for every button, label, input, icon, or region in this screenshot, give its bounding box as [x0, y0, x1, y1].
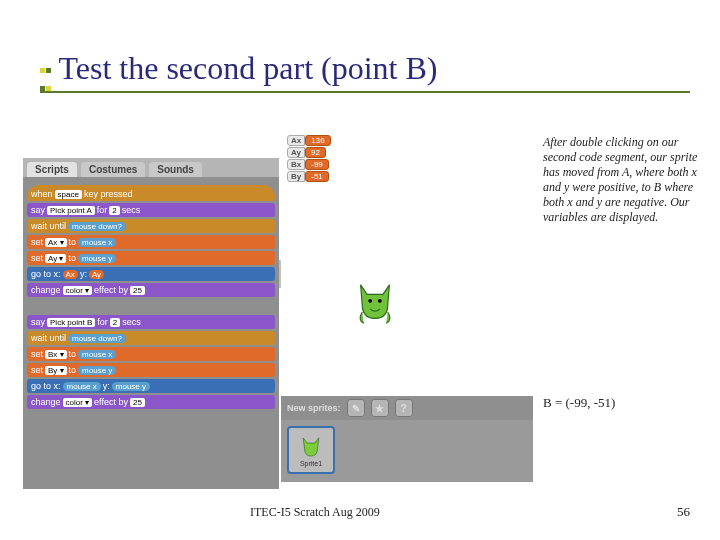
point-b-coord: B = (-99, -51) — [543, 395, 615, 411]
sprite-name-label: Sprite1 — [300, 460, 322, 467]
title-bullet-icon — [40, 60, 58, 78]
sprite-list: Sprite1 — [281, 420, 533, 482]
tab-scripts[interactable]: Scripts — [27, 162, 77, 177]
new-sprites-bar: New sprites: ✎ ★ ? — [281, 396, 533, 420]
variable-readouts: Ax136 Ay92 Bx-99 By-51 — [287, 134, 331, 183]
page-number: 56 — [677, 504, 690, 520]
block-goto-a[interactable]: go to x:Axy:Ay — [27, 267, 275, 281]
var-by: By-51 — [287, 171, 331, 182]
title-underline — [40, 91, 690, 93]
var-ay: Ay92 — [287, 147, 331, 158]
tab-row: Scripts Costumes Sounds — [23, 158, 279, 177]
block-when-key[interactable]: whenspacekey pressed — [27, 185, 275, 201]
star-icon: ★ — [375, 403, 384, 414]
brush-icon: ✎ — [352, 403, 360, 414]
svg-point-2 — [368, 299, 372, 303]
svg-point-3 — [378, 299, 382, 303]
block-set-bx[interactable]: setBx ▾tomouse x — [27, 347, 275, 361]
block-wait-a[interactable]: wait untilmouse down? — [27, 219, 275, 233]
var-bx: Bx-99 — [287, 159, 331, 170]
block-goto-b[interactable]: go to x:mouse xy:mouse y — [27, 379, 275, 393]
sprite-list-item[interactable]: Sprite1 — [287, 426, 335, 474]
question-icon: ? — [400, 403, 406, 414]
block-set-ax[interactable]: setAx ▾tomouse x — [27, 235, 275, 249]
block-say-a[interactable]: sayPick point Afor2secs — [27, 203, 275, 217]
explanation-text: After double clicking on our second code… — [543, 135, 698, 225]
slide-title: Test the second part (point B) — [58, 50, 437, 87]
var-ax: Ax136 — [287, 135, 331, 146]
stage-sprite-cat[interactable] — [351, 280, 399, 328]
block-set-ay[interactable]: setAy ▾tomouse y — [27, 251, 275, 265]
block-say-b[interactable]: sayPick point Bfor2secs — [27, 315, 275, 329]
block-change-b[interactable]: changecolor ▾effect by25 — [27, 395, 275, 409]
tab-costumes[interactable]: Costumes — [81, 162, 145, 177]
slide-title-area: Test the second part (point B) — [40, 50, 690, 93]
footer-text: ITEC-I5 Scratch Aug 2009 — [250, 505, 380, 520]
scratch-app: x: -99 y: -51 direction: 90 Scripts Cost… — [23, 130, 533, 485]
new-sprites-label: New sprites: — [287, 403, 341, 413]
tab-sounds[interactable]: Sounds — [149, 162, 202, 177]
choose-sprite-button[interactable]: ★ — [371, 399, 389, 417]
block-wait-b[interactable]: wait untilmouse down? — [27, 331, 275, 345]
paint-sprite-button[interactable]: ✎ — [347, 399, 365, 417]
stage[interactable]: Ax136 Ay92 Bx-99 By-51 — [281, 130, 533, 396]
block-change-a[interactable]: changecolor ▾effect by25 — [27, 283, 275, 297]
scripts-pane[interactable]: whenspacekey pressed sayPick point Afor2… — [23, 177, 279, 489]
cat-icon — [298, 434, 324, 460]
surprise-sprite-button[interactable]: ? — [395, 399, 413, 417]
block-set-by[interactable]: setBy ▾tomouse y — [27, 363, 275, 377]
